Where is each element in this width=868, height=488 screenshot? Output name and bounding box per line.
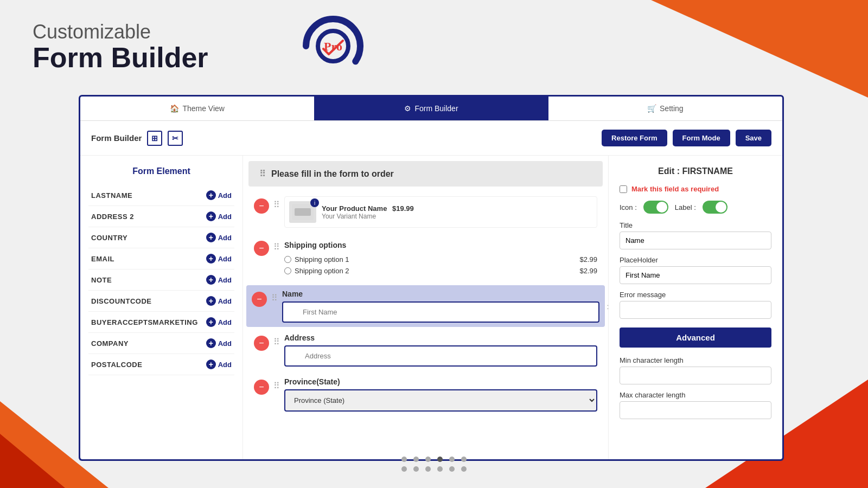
name-drag-handle: ⠿ (271, 293, 278, 303)
product-name: Your Product Name $19.99 (322, 204, 592, 213)
restore-form-button[interactable]: Restore Form (602, 130, 667, 146)
sidebar-item-country: COUNTRY + Add (88, 227, 234, 248)
add-note-button[interactable]: + Add (206, 275, 232, 285)
max-char-input[interactable] (620, 401, 771, 419)
sidebar-item-email: EMAIL + Add (88, 248, 234, 269)
placeholder-input[interactable] (620, 266, 771, 284)
add-label-7: Add (218, 339, 232, 348)
add-icon-1: + (206, 211, 216, 221)
add-email-button[interactable]: + Add (206, 254, 232, 264)
name-field-row: − ⠿ Name 👤 › (246, 285, 605, 327)
title-input[interactable] (620, 232, 771, 249)
left-sidebar: Form Element LASTNAME + Add ADDRESS 2 + … (80, 156, 243, 459)
product-badge: i (310, 198, 319, 207)
shipping-radio-2[interactable] (284, 267, 291, 274)
shipping-option-1: Shipping option 1 $2.99 (284, 254, 597, 265)
sidebar-item-email-label: EMAIL (91, 255, 114, 263)
main-container: 🏠 Theme View ⚙ Form Builder 🛒 Setting Fo… (79, 95, 784, 461)
dot-1-3 (425, 457, 431, 462)
add-address2-button[interactable]: + Add (206, 211, 232, 221)
edit-panel-title: Edit : FIRSTNAME (620, 166, 771, 176)
shipping-option-2: Shipping option 2 $2.99 (284, 265, 597, 277)
home-icon: 🏠 (170, 104, 179, 113)
inner-container: 🏠 Theme View ⚙ Form Builder 🛒 Setting Fo… (80, 97, 782, 459)
shipping-radio-1[interactable] (284, 256, 291, 263)
title-field-label-text: Title (620, 221, 771, 229)
delete-name-button[interactable]: − (252, 292, 267, 307)
add-label-8: Add (218, 361, 232, 369)
logo-circle: Pro (295, 14, 371, 79)
main-title: Form Builder (33, 43, 208, 72)
scissors-icon-btn[interactable]: ✂ (168, 131, 183, 146)
shipping-section: Shipping options Shipping option 1 $2.99 (284, 239, 597, 279)
shipping-option-1-price: $2.99 (579, 255, 597, 264)
max-char-label-text: Max character length (620, 391, 771, 399)
dot-1-6 (461, 457, 467, 462)
add-label-5: Add (218, 297, 232, 305)
sidebar-item-note: NOTE + Add (88, 269, 234, 291)
error-input[interactable] (620, 301, 771, 319)
name-field-label: Name (282, 290, 599, 298)
delete-address-button[interactable]: − (254, 336, 269, 351)
form-header-left: Form Builder ⊞ ✂ (91, 131, 183, 146)
product-row: − ⠿ i (248, 192, 603, 232)
advanced-section: Advanced (620, 328, 771, 348)
province-select[interactable]: Province (State) (284, 389, 597, 412)
subtitle: Customizable (33, 21, 208, 43)
label-toggle[interactable] (703, 201, 727, 214)
sidebar-item-discountcode: DISCOUNTCODE + Add (88, 291, 234, 312)
product-card: i Your Product Name $19.99 (284, 196, 597, 228)
grid-icon-btn[interactable]: ⊞ (147, 131, 162, 146)
delete-province-button[interactable]: − (254, 380, 269, 395)
form-mode-button[interactable]: Form Mode (673, 130, 730, 146)
add-postalcode-button[interactable]: + Add (206, 359, 232, 369)
dot-2-5 (449, 466, 455, 472)
add-buyeracceptsmarketing-button[interactable]: + Add (206, 317, 232, 327)
add-company-button[interactable]: + Add (206, 338, 232, 348)
form-builder-label: Form Builder (91, 133, 142, 143)
add-icon-6: + (206, 317, 216, 327)
delete-shipping-button[interactable]: − (254, 241, 269, 256)
add-icon-4: + (206, 275, 216, 285)
sidebar-item-company: COMPANY + Add (88, 333, 234, 354)
add-icon-2: + (206, 233, 216, 242)
pagination-dots (401, 457, 467, 472)
required-field-row: Mark this field as required (620, 185, 771, 193)
add-icon-3: + (206, 254, 216, 264)
dot-2-1 (401, 466, 407, 472)
name-input[interactable] (282, 301, 599, 323)
gear-icon: ⚙ (404, 104, 411, 113)
icon-label: Icon : (620, 203, 637, 211)
dots-row-1 (401, 457, 467, 462)
sidebar-item-discountcode-label: DISCOUNTCODE (91, 297, 151, 305)
add-label-4: Add (218, 276, 232, 284)
province-drag-handle: ⠿ (273, 381, 280, 391)
province-field-row: − ⠿ Province(State) Province (State) (248, 373, 603, 416)
add-icon-8: + (206, 359, 216, 369)
shipping-option-2-price: $2.99 (579, 267, 597, 275)
tab-form-builder-label: Form Builder (414, 104, 458, 113)
address-field-content: Address 📍 (284, 333, 597, 367)
add-label-6: Add (218, 318, 232, 326)
product-variant: Your Variant Name (322, 213, 592, 220)
add-country-button[interactable]: + Add (206, 233, 232, 242)
add-discountcode-button[interactable]: + Add (206, 296, 232, 306)
tab-theme-view[interactable]: 🏠 Theme View (80, 97, 314, 120)
icon-toggle[interactable] (643, 201, 668, 214)
required-checkbox[interactable] (620, 185, 627, 193)
shipping-drag-handle: ⠿ (273, 242, 280, 252)
sidebar-item-buyeracceptsmarketing: BUYERACCEPTSMARKETING + Add (88, 312, 234, 333)
icon-toggle-row: Icon : Label : (620, 201, 771, 214)
address-input[interactable] (284, 345, 597, 367)
tab-form-builder[interactable]: ⚙ Form Builder (314, 97, 548, 120)
add-label-2: Add (218, 234, 232, 242)
delete-product-button[interactable]: − (254, 198, 269, 214)
error-field-group: Error message (620, 291, 771, 319)
dot-2-4 (437, 466, 443, 472)
add-label-3: Add (218, 255, 232, 263)
add-lastname-button[interactable]: + Add (206, 190, 232, 200)
product-content: i Your Product Name $19.99 (284, 196, 597, 228)
min-char-input[interactable] (620, 367, 771, 384)
tab-setting[interactable]: 🛒 Setting (548, 97, 782, 120)
save-button[interactable]: Save (736, 130, 771, 146)
